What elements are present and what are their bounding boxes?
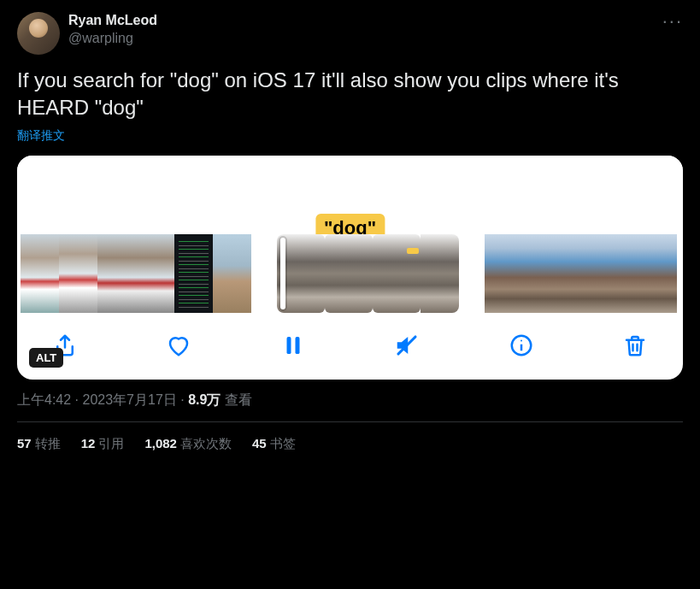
tweet-time[interactable]: 上午4:42 [17, 392, 71, 407]
timeline-thumb[interactable] [59, 234, 97, 313]
timeline-thumb[interactable] [562, 234, 600, 313]
media-controls [17, 313, 683, 368]
likes-stat[interactable]: 1,082喜欢次数 [144, 436, 232, 452]
timeline-thumb[interactable] [523, 234, 562, 313]
trash-icon[interactable] [621, 332, 649, 359]
translate-link[interactable]: 翻译推文 [17, 128, 65, 144]
timeline-thumb[interactable] [174, 234, 213, 313]
timeline-gap [251, 234, 277, 313]
playhead-marker [407, 248, 419, 254]
timeline-thumb[interactable] [638, 234, 677, 313]
alt-badge[interactable]: ALT [29, 348, 63, 368]
svg-rect-0 [286, 337, 291, 354]
timeline-gap [459, 234, 485, 313]
info-icon[interactable] [508, 332, 535, 359]
bookmarks-stat[interactable]: 45书签 [252, 436, 296, 452]
media-card[interactable]: "dog" [17, 156, 683, 380]
clip-group-1 [21, 234, 251, 313]
retweets-stat[interactable]: 57转推 [17, 436, 61, 452]
tweet-date[interactable]: 2023年7月17日 [82, 392, 176, 407]
svg-rect-1 [295, 337, 299, 354]
quotes-stat[interactable]: 12引用 [81, 436, 125, 452]
timeline-thumb[interactable] [325, 234, 373, 313]
clip-group-3 [485, 234, 677, 313]
tweet-header: Ryan McLeod @warpling ··· [17, 12, 683, 55]
mute-icon[interactable] [393, 332, 421, 359]
timeline-thumb[interactable] [373, 234, 421, 313]
timeline-thumb[interactable] [600, 234, 638, 313]
heart-icon[interactable] [165, 332, 192, 359]
timeline-thumb[interactable] [136, 234, 174, 313]
media-whitespace: "dog" [17, 156, 683, 234]
avatar[interactable] [17, 12, 60, 55]
timeline-thumb[interactable] [97, 234, 136, 313]
display-name[interactable]: Ryan McLeod [68, 12, 157, 30]
clip-group-2 [277, 234, 459, 313]
timeline-thumb[interactable] [421, 234, 459, 313]
scrub-handle[interactable] [280, 238, 285, 309]
tweet-meta: 上午4:42 · 2023年7月17日 · 8.9万 查看 [17, 392, 683, 422]
views-count: 8.9万 [188, 392, 221, 407]
pause-icon[interactable] [279, 332, 307, 359]
author-names: Ryan McLeod @warpling [68, 12, 157, 48]
timeline-thumb[interactable] [21, 234, 59, 313]
svg-point-5 [521, 339, 522, 341]
tweet-text: If you search for "dog" on iOS 17 it'll … [17, 67, 683, 122]
timeline-thumb[interactable] [213, 234, 251, 313]
tweet-stats: 57转推 12引用 1,082喜欢次数 45书签 [17, 422, 683, 452]
handle[interactable]: @warpling [68, 30, 157, 48]
views-label: 查看 [221, 392, 251, 407]
video-timeline[interactable] [17, 234, 683, 313]
timeline-thumb[interactable] [485, 234, 523, 313]
more-icon[interactable]: ··· [662, 12, 683, 31]
tweet-container: Ryan McLeod @warpling ··· If you search … [0, 0, 700, 464]
